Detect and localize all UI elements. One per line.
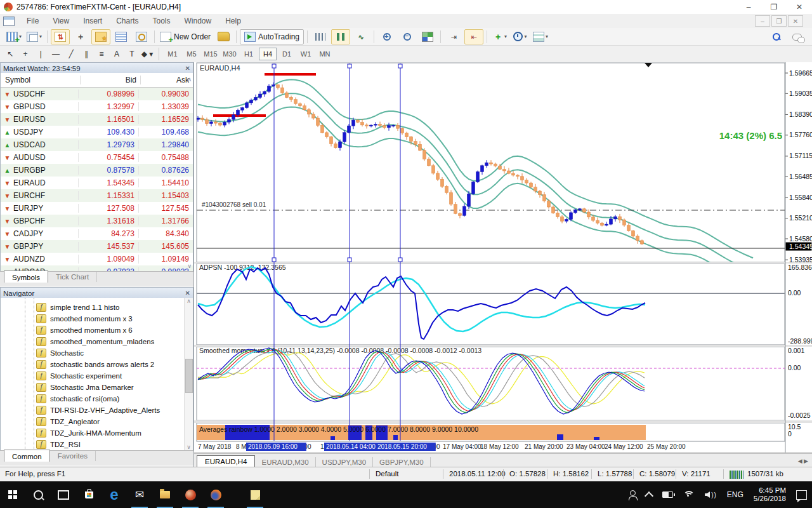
metaquotes-button[interactable]: [214, 29, 233, 44]
trendline-tool[interactable]: ╱: [64, 48, 78, 60]
store-icon[interactable]: [76, 481, 102, 508]
line-chart-button[interactable]: [351, 29, 370, 44]
wifi-icon[interactable]: [678, 481, 700, 508]
navigator-item[interactable]: ƒStochastic: [1, 347, 193, 359]
tab-symbols[interactable]: Symbols: [4, 271, 48, 283]
tab-favorites[interactable]: Favorites: [50, 451, 96, 461]
navigator-item[interactable]: ƒsmoothed momentum x 3: [1, 313, 193, 324]
new-order-button[interactable]: New Order: [158, 29, 213, 44]
firefox-icon[interactable]: [203, 481, 228, 508]
volume-icon[interactable]: )): [700, 481, 722, 508]
navigator-item[interactable]: ƒsmoothed_momentum_mladens: [1, 336, 193, 347]
scroll-down-icon[interactable]: ∨: [187, 263, 192, 269]
market-watch-row[interactable]: ▲USDCAD1.297931.29840: [1, 138, 193, 151]
mail-icon[interactable]: ✉: [127, 481, 152, 508]
menu-view[interactable]: View: [46, 15, 76, 27]
menu-insert[interactable]: Insert: [76, 15, 109, 27]
column-bid[interactable]: Bid: [81, 76, 141, 84]
navigator-item[interactable]: ƒstochastic of rsi(oma): [1, 393, 193, 404]
autotrading-button[interactable]: AutoTrading: [240, 29, 304, 44]
label-tool[interactable]: T: [125, 48, 139, 60]
minimize-button[interactable]: –: [736, 0, 761, 14]
market-watch-row[interactable]: ▼GBPCHF1.316181.31766: [1, 215, 193, 227]
market-watch-row[interactable]: ▼CADJPY84.27384.340: [1, 227, 193, 240]
action-center-icon[interactable]: [791, 481, 812, 508]
sticky-notes-icon[interactable]: [242, 481, 268, 508]
bar-chart-button[interactable]: [311, 29, 330, 44]
market-watch-close-icon[interactable]: ✕: [185, 65, 190, 72]
edge-icon[interactable]: e: [102, 481, 127, 508]
scroll-down-icon[interactable]: ∨: [185, 444, 193, 450]
templates-button[interactable]: ▾: [531, 29, 550, 44]
menu-tools[interactable]: Tools: [146, 15, 178, 27]
battery-icon[interactable]: [657, 481, 678, 508]
dropdown-caret-icon[interactable]: ▾: [504, 34, 507, 39]
channel-tool[interactable]: ∥: [79, 48, 93, 60]
horizontal-line-tool[interactable]: —: [49, 48, 63, 60]
navigator-item[interactable]: ƒStochastic Jma Demarker: [1, 382, 193, 393]
close-button[interactable]: ✕: [787, 0, 812, 14]
explorer-icon[interactable]: [152, 481, 178, 508]
language-indicator[interactable]: ENG: [722, 481, 749, 508]
navigator-item[interactable]: ƒTDI-RSI-Dz-VHF_Adaptive_Alerts: [1, 404, 193, 416]
timeframe-d1[interactable]: D1: [278, 48, 296, 60]
market-watch-row[interactable]: ▼AUDUSD0.754540.75488: [1, 151, 193, 164]
timeframe-h1[interactable]: H1: [240, 48, 258, 60]
fibonacci-tool[interactable]: ≡: [95, 48, 108, 60]
indicators-button[interactable]: ▾: [490, 29, 509, 44]
start-button[interactable]: [0, 481, 25, 508]
navigator-scrollbar[interactable]: ∧ ∨: [184, 298, 193, 450]
people-icon[interactable]: [625, 481, 641, 508]
child-minimize-button[interactable]: –: [755, 15, 770, 27]
market-watch-row[interactable]: ▼EURUSD1.165011.16529: [1, 113, 193, 126]
timeframe-h4[interactable]: H4: [259, 48, 277, 60]
scroll-up-icon[interactable]: ∧: [187, 76, 192, 83]
strategy-tester-button[interactable]: [132, 29, 151, 44]
tab-tick-chart[interactable]: Tick Chart: [48, 272, 97, 282]
navigator-button[interactable]: [91, 29, 110, 44]
new-chart-button[interactable]: ▾: [4, 29, 23, 44]
column-symbol[interactable]: Symbol: [1, 76, 81, 84]
task-view-button[interactable]: [51, 481, 76, 508]
timeframe-m30[interactable]: M30: [221, 48, 239, 60]
child-close-button[interactable]: ✕: [788, 15, 803, 27]
menu-charts[interactable]: Charts: [109, 15, 145, 27]
arrows-tool[interactable]: ◆ ▾: [140, 48, 154, 60]
market-watch-row[interactable]: ▼GBPUSD1.329971.33039: [1, 100, 193, 113]
timeframe-m5[interactable]: M5: [183, 48, 200, 60]
timeframe-mn[interactable]: MN: [316, 48, 334, 60]
chart-tab-gbpjpy-m30[interactable]: GBPJPY,M30: [373, 457, 430, 467]
text-tool[interactable]: A: [110, 48, 124, 60]
navigator-item[interactable]: ƒsimple trend 1.1 histo: [1, 302, 193, 313]
market-watch-row[interactable]: ▼EURJPY127.508127.545: [1, 202, 193, 215]
terminal-button[interactable]: [112, 29, 131, 44]
navigator-item[interactable]: ƒStochastic experiment: [1, 370, 193, 382]
market-watch-button[interactable]: [51, 29, 70, 44]
menu-file[interactable]: File: [20, 15, 46, 27]
chart-tab-euraud-h4[interactable]: EURAUD,H4: [197, 455, 255, 467]
candle-chart-button[interactable]: [331, 29, 350, 44]
navigator-item[interactable]: ƒsmoothed momentum x 6: [1, 324, 193, 336]
dropdown-caret-icon[interactable]: ▾: [39, 34, 42, 39]
navigator-item[interactable]: ƒstochastic bands arrows alerts 2: [1, 359, 193, 370]
crosshair-tool[interactable]: +: [18, 48, 32, 60]
chevron-up-icon[interactable]: [641, 481, 657, 508]
clock[interactable]: 6:45 PM5/26/2018: [749, 481, 791, 508]
navigator-close-icon[interactable]: ✕: [185, 290, 190, 297]
navigator-item[interactable]: ƒTDZ_RSI: [1, 439, 193, 450]
vertical-line-tool[interactable]: ❘: [34, 48, 48, 60]
restore-button[interactable]: ❐: [761, 0, 787, 14]
menu-window[interactable]: Window: [178, 15, 219, 27]
market-watch-row[interactable]: ▲EURGBP0.875780.87626: [1, 164, 193, 177]
timeframe-m1[interactable]: M1: [164, 48, 181, 60]
child-restore-button[interactable]: ❐: [771, 15, 787, 27]
navigator-item[interactable]: ƒTDZ_Angleator: [1, 416, 193, 427]
market-watch-row[interactable]: ▼EURCHF1.153311.15403: [1, 189, 193, 202]
timeframe-w1[interactable]: W1: [297, 48, 315, 60]
tile-windows-button[interactable]: [418, 29, 437, 44]
search-taskbar-button[interactable]: [25, 481, 51, 508]
tab-common[interactable]: Common: [4, 450, 50, 462]
column-ask[interactable]: Ask: [141, 76, 193, 84]
market-watch-row[interactable]: ▲USDJPY109.430109.468: [1, 126, 193, 138]
zoom-out-button[interactable]: [398, 29, 417, 44]
